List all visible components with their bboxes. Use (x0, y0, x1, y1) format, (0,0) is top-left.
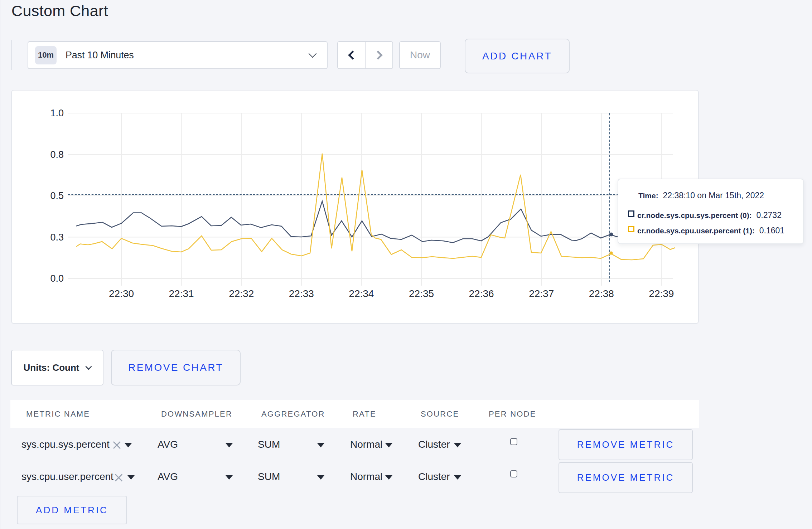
svg-text:22:38: 22:38 (589, 288, 614, 299)
svg-text:0.0: 0.0 (50, 273, 64, 284)
svg-text:22:39: 22:39 (649, 288, 674, 299)
svg-text:0.8: 0.8 (50, 149, 64, 160)
svg-text:0.3: 0.3 (50, 232, 64, 243)
svg-text:0.5: 0.5 (50, 190, 64, 201)
svg-text:22:35: 22:35 (409, 288, 434, 299)
svg-text:22:32: 22:32 (229, 288, 254, 299)
svg-text:1.0: 1.0 (50, 108, 64, 118)
svg-text:22:36: 22:36 (469, 288, 494, 299)
svg-text:22:34: 22:34 (349, 288, 374, 299)
svg-text:22:30: 22:30 (109, 288, 134, 299)
svg-text:22:33: 22:33 (289, 288, 314, 299)
svg-text:22:37: 22:37 (529, 288, 554, 299)
svg-text:22:31: 22:31 (169, 288, 194, 299)
